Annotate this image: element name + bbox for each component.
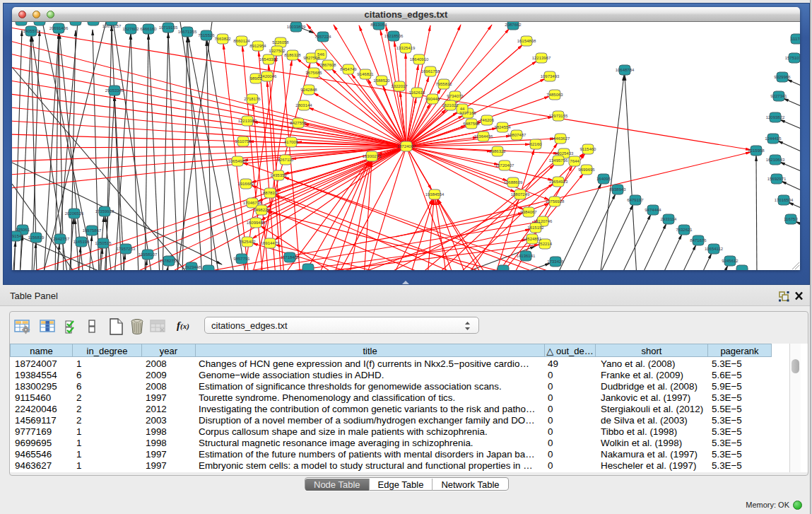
svg-text:10807487: 10807487 [507, 133, 526, 137]
svg-text:16543382: 16543382 [259, 57, 278, 62]
svg-text:18724007: 18724007 [397, 144, 416, 148]
svg-text:9857791: 9857791 [233, 257, 250, 261]
svg-text:17957253: 17957253 [117, 247, 136, 251]
svg-text:1327502: 1327502 [269, 49, 286, 53]
svg-text:6479197: 6479197 [627, 198, 644, 202]
svg-text:8215958: 8215958 [748, 148, 765, 153]
svg-text:13325419: 13325419 [396, 46, 416, 50]
svg-text:10654983: 10654983 [228, 159, 247, 163]
svg-text:9146821: 9146821 [357, 72, 374, 76]
svg-text:19654923: 19654923 [549, 180, 568, 184]
svg-text:887833: 887833 [263, 191, 278, 195]
svg-text:10973493: 10973493 [541, 74, 560, 78]
svg-text:1145194: 1145194 [73, 240, 90, 244]
svg-text:16671355: 16671355 [178, 30, 197, 34]
svg-text:2933114: 2933114 [661, 217, 678, 221]
svg-text:44: 44 [460, 107, 465, 111]
svg-text:17046738: 17046738 [243, 201, 262, 205]
svg-text:18640910: 18640910 [410, 57, 429, 62]
svg-text:7625402: 7625402 [239, 240, 256, 244]
svg-text:20691406: 20691406 [49, 26, 69, 30]
svg-text:1250515: 1250515 [95, 241, 112, 245]
svg-text:7644: 7644 [570, 159, 579, 163]
svg-text:7955812: 7955812 [435, 82, 452, 86]
svg-text:15720407: 15720407 [495, 163, 514, 168]
svg-text:7357224: 7357224 [314, 35, 331, 39]
svg-text:2718176: 2718176 [244, 97, 261, 101]
svg-text:10648784: 10648784 [616, 68, 635, 72]
svg-text:9329966: 9329966 [774, 75, 791, 79]
svg-text:8813054: 8813054 [370, 23, 387, 27]
svg-text:16154808: 16154808 [517, 39, 536, 43]
svg-text:16099489: 16099489 [247, 221, 266, 225]
svg-text:16961758: 16961758 [421, 69, 440, 74]
svg-text:13495756: 13495756 [549, 158, 568, 163]
svg-text:546: 546 [317, 52, 325, 57]
svg-text:14136141: 14136141 [517, 254, 536, 258]
svg-text:16210643: 16210643 [766, 158, 785, 162]
svg-text:9245612: 9245612 [722, 259, 739, 263]
svg-text:12093822: 12093822 [766, 115, 785, 119]
svg-text:1610755: 1610755 [235, 139, 252, 144]
svg-text:9115460: 9115460 [580, 147, 597, 151]
svg-text:10033809: 10033809 [287, 25, 306, 29]
svg-text:10975867: 10975867 [83, 228, 102, 233]
svg-text:164095: 164095 [596, 177, 611, 181]
svg-text:746206: 746206 [480, 118, 495, 122]
svg-text:7663822: 7663822 [214, 37, 231, 41]
svg-text:1527602: 1527602 [122, 27, 139, 31]
svg-text:935061: 935061 [16, 228, 30, 232]
svg-text:7485063: 7485063 [546, 93, 563, 97]
svg-text:12213383: 12213383 [238, 119, 257, 123]
svg-text:9734073: 9734073 [447, 94, 464, 98]
svg-text:12923448: 12923448 [182, 265, 201, 269]
svg-text:2867608: 2867608 [319, 63, 336, 67]
svg-text:17016504: 17016504 [775, 198, 794, 202]
svg-text:18807249: 18807249 [511, 192, 530, 197]
svg-text:19384554: 19384554 [425, 192, 445, 197]
svg-text:1156819: 1156819 [28, 235, 45, 240]
svg-text:98901: 98901 [250, 76, 262, 81]
svg-text:16914479: 16914479 [261, 241, 280, 245]
svg-text:62160: 62160 [530, 142, 542, 146]
svg-text:8660124: 8660124 [233, 39, 250, 43]
svg-text:6487565: 6487565 [463, 122, 480, 126]
svg-text:14463627: 14463627 [551, 136, 570, 141]
svg-text:1322017: 1322017 [391, 84, 408, 88]
svg-text:15718485: 15718485 [281, 255, 300, 259]
svg-text:12213967: 12213967 [532, 56, 551, 60]
svg-text:14524851: 14524851 [523, 237, 542, 241]
svg-text:12973155: 12973155 [549, 114, 568, 118]
svg-text:10654112: 10654112 [705, 247, 724, 251]
svg-text:11174: 11174 [791, 37, 800, 41]
svg-text:7632621: 7632621 [676, 228, 693, 232]
svg-text:29053346: 29053346 [105, 88, 124, 93]
svg-text:3267110: 3267110 [278, 158, 295, 162]
svg-text:10025433: 10025433 [555, 151, 574, 156]
svg-text:2087662: 2087662 [505, 23, 522, 27]
svg-text:10958107: 10958107 [139, 252, 158, 257]
svg-text:9384067: 9384067 [520, 210, 537, 214]
svg-text:8186328: 8186328 [284, 53, 301, 57]
svg-text:1498222: 1498222 [253, 208, 270, 212]
svg-text:39154: 39154 [12, 234, 22, 238]
svg-text:5226058: 5226058 [272, 40, 289, 45]
svg-text:9227341: 9227341 [770, 94, 787, 98]
svg-text:1916682: 1916682 [237, 182, 254, 186]
svg-text:3675685: 3675685 [305, 71, 322, 75]
svg-text:1588520: 1588520 [373, 78, 390, 83]
svg-text:6466160: 6466160 [140, 27, 157, 31]
svg-text:9699695: 9699695 [578, 168, 595, 172]
svg-text:7515526: 7515526 [198, 33, 215, 37]
svg-text:252214: 252214 [538, 242, 553, 246]
svg-text:1615152: 1615152 [527, 226, 544, 230]
svg-text:10653257: 10653257 [102, 24, 122, 28]
svg-text:1621022: 1621022 [442, 103, 459, 107]
svg-text:990448: 990448 [425, 97, 440, 101]
svg-text:1733426: 1733426 [547, 259, 564, 264]
svg-text:10719155: 10719155 [159, 25, 178, 30]
svg-text:10688609: 10688609 [504, 180, 523, 185]
svg-text:8912954: 8912954 [249, 44, 266, 48]
svg-text:10756928: 10756928 [546, 199, 565, 204]
svg-text:8938943: 8938943 [609, 187, 626, 192]
